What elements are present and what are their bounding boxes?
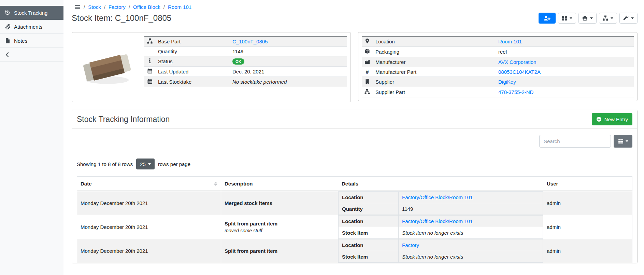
supplier-part-link[interactable]: 478-3755-2-ND <box>498 89 533 95</box>
page-title: Stock Item: C_100nF_0805 <box>72 13 171 23</box>
detail-row-packaging: Packaging reel <box>362 47 634 57</box>
box-icon <box>364 49 370 54</box>
breadcrumb-link-room-101[interactable]: Room 101 <box>168 4 191 10</box>
tracking-user: admin <box>543 191 632 215</box>
packaging-value: reel <box>496 47 634 57</box>
hashtag-icon: # <box>364 69 370 75</box>
base-part-link[interactable]: C_100nF_0805 <box>232 39 268 44</box>
table-row: Monday December 20th 2021 Split from par… <box>77 215 632 239</box>
plus-circle-icon <box>596 116 602 122</box>
detail-label: Packaging <box>373 47 496 57</box>
capacitor-image <box>78 40 136 94</box>
detail-row-location: Location Room 101 <box>362 36 634 47</box>
sidebar-collapse-button[interactable] <box>0 48 63 62</box>
status-badge: OK <box>232 58 244 65</box>
tracking-description-note: moved some stuff <box>225 228 334 233</box>
supplier-link[interactable]: DigiKey <box>498 79 516 85</box>
search-input[interactable] <box>539 135 611 148</box>
detail-value: Stock item no longer exists <box>399 251 543 263</box>
detail-key: Stock Item <box>339 227 399 239</box>
location-link[interactable]: Factory <box>402 242 419 248</box>
breadcrumb-link-stock[interactable]: Stock <box>88 4 101 10</box>
building-icon <box>364 79 370 84</box>
history-icon <box>5 10 10 15</box>
title-divider <box>72 27 638 27</box>
detail-label: Manufacturer <box>373 57 496 67</box>
shapes-icon <box>147 38 153 44</box>
detail-key: Stock Item <box>339 251 399 263</box>
quantity-value: 1149 <box>230 47 347 56</box>
stock-operations-dropdown[interactable] <box>599 13 617 24</box>
edit-actions-dropdown[interactable] <box>619 13 638 24</box>
detail-label: Last Stocktake <box>155 77 230 87</box>
table-row: Monday December 20th 2021 Split from par… <box>77 239 632 263</box>
manufacturer-link[interactable]: AVX Corporation <box>498 59 536 65</box>
detail-label: Supplier Part <box>373 87 496 97</box>
detail-label: Quantity <box>155 47 230 56</box>
list-columns-icon <box>618 139 624 144</box>
column-header-date[interactable]: Date <box>77 177 221 191</box>
column-header-user: User <box>543 177 632 191</box>
column-header-details: Details <box>338 177 543 191</box>
stock-actions-toolbar <box>539 13 638 24</box>
stock-tracking-panel: Stock Tracking Information New Entry <box>72 110 638 263</box>
detail-row-quantity: Quantity 1149 <box>144 47 347 56</box>
tracking-user: admin <box>543 239 632 263</box>
column-header-description: Description <box>221 177 338 191</box>
sort-icon <box>214 182 217 186</box>
sidebar-item-label: Attachments <box>14 24 42 30</box>
info-icon <box>147 58 153 64</box>
new-entry-button[interactable]: New Entry <box>592 113 632 125</box>
detail-label: Last Updated <box>155 67 230 77</box>
sidebar-item-stock-tracking[interactable]: Stock Tracking <box>0 6 63 20</box>
tracking-description: Merged stock items <box>225 200 334 206</box>
chevron-down-icon <box>626 140 628 142</box>
main-content: / Stock / Factory / Office Block / Room … <box>63 0 644 275</box>
tracking-date: Monday December 20th 2021 <box>77 239 221 263</box>
panel-title: Stock Tracking Information <box>77 115 170 124</box>
table-header-row: Date Description Details User <box>77 177 632 191</box>
detail-label: Location <box>373 36 496 47</box>
page-size-dropdown[interactable]: 25 <box>136 159 155 169</box>
print-actions-dropdown[interactable] <box>578 13 597 24</box>
stock-user-actions-button[interactable] <box>539 13 556 24</box>
part-thumbnail[interactable] <box>75 36 139 98</box>
showing-rows-text: Showing 1 to 8 of 8 rows <box>77 161 133 167</box>
location-link[interactable]: Room 101 <box>498 39 522 44</box>
location-link[interactable]: Factory/Office Block/Room 101 <box>402 194 473 200</box>
chevron-down-icon <box>611 17 613 19</box>
paperclip-icon <box>5 24 10 29</box>
sidebar-item-label: Stock Tracking <box>14 10 47 16</box>
sidebar-item-notes[interactable]: Notes <box>0 34 63 48</box>
detail-row-base-part: Base Part C_100nF_0805 <box>144 36 347 47</box>
tracking-date: Monday December 20th 2021 <box>77 191 221 215</box>
chevron-down-icon <box>631 17 634 19</box>
detail-key: Quantity <box>339 203 399 215</box>
chevron-left-icon <box>5 52 10 57</box>
columns-dropdown-button[interactable] <box>614 135 632 148</box>
tracking-date: Monday December 20th 2021 <box>77 215 221 239</box>
detail-row-manufacturer: Manufacturer AVX Corporation <box>362 57 634 67</box>
location-link[interactable]: Factory/Office Block/Room 101 <box>402 218 473 224</box>
chevron-down-icon <box>590 17 593 19</box>
tools-icon <box>623 15 629 21</box>
tracking-description: Split from parent item <box>225 248 334 254</box>
detail-label: Supplier <box>373 77 496 87</box>
detail-row-supplier-part: Supplier Part 478-3755-2-ND <box>362 87 634 97</box>
table-row: Monday December 20th 2021 Merged stock i… <box>77 191 632 215</box>
barcode-actions-dropdown[interactable] <box>558 13 576 24</box>
sidebar-item-attachments[interactable]: Attachments <box>0 20 63 34</box>
breadcrumb-link-office-block[interactable]: Office Block <box>133 4 160 10</box>
detail-key: Location <box>339 239 399 251</box>
menu-toggle-icon[interactable] <box>74 4 81 10</box>
breadcrumb-link-factory[interactable]: Factory <box>109 4 126 10</box>
detail-row-status: Status OK <box>144 56 347 67</box>
detail-label: Manufacturer Part <box>373 67 496 77</box>
stock-item-summary-panel: Base Part C_100nF_0805 Quantity 1149 <box>72 32 351 102</box>
last-updated-value: Dec. 20, 2021 <box>230 67 347 77</box>
stock-item-sourcing-panel: Location Room 101 Packaging reel <box>358 32 638 101</box>
manufacturer-part-link[interactable]: 08053C104KAT2A <box>498 69 541 75</box>
sidebar-item-label: Notes <box>14 38 27 44</box>
grid-icon <box>562 15 567 21</box>
map-marker-icon <box>364 38 370 44</box>
